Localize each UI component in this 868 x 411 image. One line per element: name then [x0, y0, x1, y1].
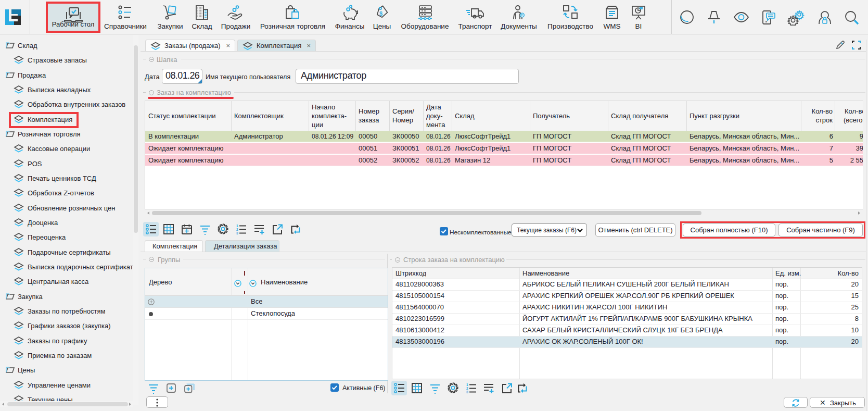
svg-text:$: $: [379, 10, 382, 17]
